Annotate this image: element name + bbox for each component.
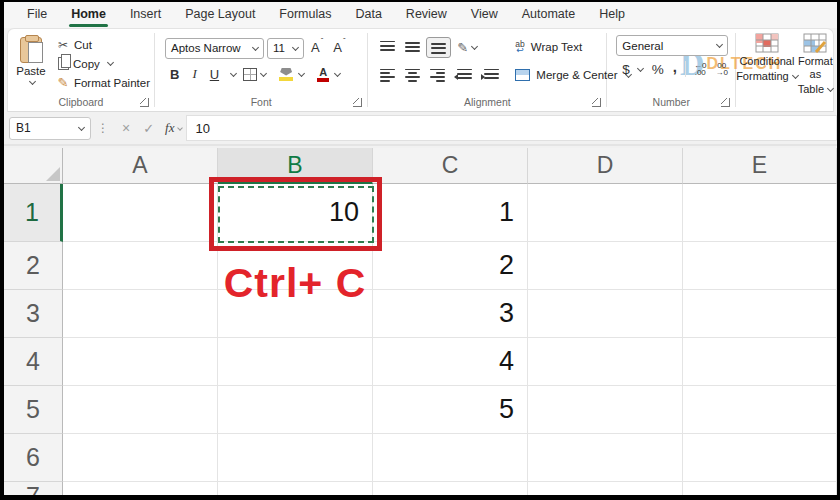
underline-button[interactable]: U: [205, 67, 224, 82]
col-header-b[interactable]: B: [218, 148, 373, 184]
cell-c6[interactable]: [373, 434, 528, 482]
excel-window: File Home Insert Page Layout Formulas Da…: [4, 2, 837, 495]
align-middle-button[interactable]: [401, 38, 424, 57]
tab-review[interactable]: Review: [395, 3, 458, 27]
row-header-4[interactable]: 4: [4, 338, 63, 386]
cell-d5[interactable]: [528, 386, 683, 434]
align-right-button[interactable]: [426, 66, 449, 85]
col-header-c[interactable]: C: [373, 148, 528, 184]
name-box[interactable]: B1: [9, 117, 91, 140]
cell-e6[interactable]: [683, 434, 837, 482]
copy-button[interactable]: Copy: [52, 55, 154, 72]
orientation-button[interactable]: ✎: [453, 37, 481, 58]
tab-formulas[interactable]: Formulas: [268, 3, 342, 27]
fill-color-button[interactable]: [273, 65, 308, 84]
align-top-button[interactable]: [376, 38, 399, 57]
underline-chevron-icon[interactable]: [230, 69, 237, 76]
enter-check-icon[interactable]: ✓: [137, 121, 160, 136]
tab-help[interactable]: Help: [588, 3, 636, 27]
cell-e7[interactable]: [683, 482, 837, 495]
row-header-7[interactable]: 7: [4, 482, 63, 495]
decrease-font-button[interactable]: Aˇ: [329, 40, 348, 55]
cell-c2[interactable]: 2: [373, 242, 528, 290]
font-name-select[interactable]: Aptos Narrow: [165, 38, 264, 59]
font-dialog-launcher-icon[interactable]: [353, 98, 362, 107]
cell-b4[interactable]: [218, 338, 373, 386]
row-header-6[interactable]: 6: [4, 434, 63, 482]
bold-button[interactable]: B: [165, 67, 184, 82]
cell-a4[interactable]: [63, 338, 218, 386]
increase-decimal-button[interactable]: ←0.00: [690, 62, 710, 77]
row-header-2[interactable]: 2: [4, 242, 63, 290]
formula-input[interactable]: 10: [186, 115, 837, 141]
format-as-table-button[interactable]: Format as Table: [798, 33, 833, 111]
tab-automate[interactable]: Automate: [511, 3, 587, 27]
cell-a6[interactable]: [63, 434, 218, 482]
cell-c4[interactable]: 4: [373, 338, 528, 386]
cancel-icon[interactable]: ×: [115, 120, 137, 136]
align-center-button[interactable]: [401, 66, 424, 85]
cell-a7[interactable]: [63, 482, 218, 495]
format-painter-button[interactable]: ✎ Format Painter: [52, 73, 154, 92]
cell-d4[interactable]: [528, 338, 683, 386]
cell-c7[interactable]: [373, 482, 528, 495]
cell-d7[interactable]: [528, 482, 683, 495]
alignment-dialog-launcher-icon[interactable]: [592, 98, 601, 107]
borders-button[interactable]: [239, 65, 270, 84]
col-header-e[interactable]: E: [683, 148, 837, 184]
clipboard-dialog-launcher-icon[interactable]: [140, 98, 149, 107]
decrease-indent-button[interactable]: [451, 66, 476, 85]
cell-b2[interactable]: [218, 242, 373, 290]
insert-function-button[interactable]: fx: [160, 120, 176, 136]
cell-e4[interactable]: [683, 338, 837, 386]
cell-b7[interactable]: [218, 482, 373, 495]
font-color-button[interactable]: A: [311, 64, 344, 85]
align-left-button[interactable]: [376, 66, 399, 85]
cell-e3[interactable]: [683, 290, 837, 338]
italic-button[interactable]: I: [187, 66, 201, 82]
font-size-select[interactable]: 11: [267, 38, 304, 59]
tab-home[interactable]: Home: [60, 3, 117, 27]
cell-b6[interactable]: [218, 434, 373, 482]
cell-a2[interactable]: [63, 242, 218, 290]
cell-b5[interactable]: [218, 386, 373, 434]
tab-data[interactable]: Data: [344, 3, 392, 27]
select-all-button[interactable]: [4, 148, 63, 184]
align-bottom-button[interactable]: [426, 37, 451, 58]
cut-button[interactable]: ✂ Cut: [52, 36, 154, 54]
cell-a3[interactable]: [63, 290, 218, 338]
number-format-select[interactable]: General: [616, 35, 728, 56]
tab-view[interactable]: View: [460, 3, 509, 27]
cell-c3[interactable]: 3: [373, 290, 528, 338]
accounting-format-button[interactable]: $: [614, 59, 647, 80]
increase-indent-button[interactable]: [478, 66, 503, 85]
cell-e2[interactable]: [683, 242, 837, 290]
tab-insert[interactable]: Insert: [119, 3, 172, 27]
cell-d2[interactable]: [528, 242, 683, 290]
number-dialog-launcher-icon[interactable]: [721, 98, 730, 107]
col-header-a[interactable]: A: [63, 148, 218, 184]
row-header-3[interactable]: 3: [4, 290, 63, 338]
cell-a1[interactable]: [63, 184, 218, 242]
tab-page-layout[interactable]: Page Layout: [174, 3, 266, 27]
increase-font-button[interactable]: Aˆ: [307, 40, 326, 55]
comma-style-button[interactable]: ,: [669, 58, 681, 75]
cell-d1[interactable]: [528, 184, 683, 242]
cell-e1[interactable]: [683, 184, 837, 242]
conditional-formatting-button[interactable]: Conditional Formatting: [736, 33, 798, 111]
cell-b1[interactable]: 10: [218, 184, 373, 242]
cell-a5[interactable]: [63, 386, 218, 434]
cell-e5[interactable]: [683, 386, 837, 434]
cell-d6[interactable]: [528, 434, 683, 482]
cell-b3[interactable]: [218, 290, 373, 338]
decrease-decimal-button[interactable]: 00→0: [711, 62, 731, 77]
col-header-d[interactable]: D: [528, 148, 683, 184]
row-header-5[interactable]: 5: [4, 386, 63, 434]
percent-style-button[interactable]: %: [648, 62, 668, 77]
row-header-1[interactable]: 1: [4, 184, 63, 242]
paste-button[interactable]: Paste: [16, 35, 46, 92]
cell-c5[interactable]: 5: [373, 386, 528, 434]
cell-c1[interactable]: 1: [373, 184, 528, 242]
cell-d3[interactable]: [528, 290, 683, 338]
tab-file[interactable]: File: [16, 3, 58, 27]
